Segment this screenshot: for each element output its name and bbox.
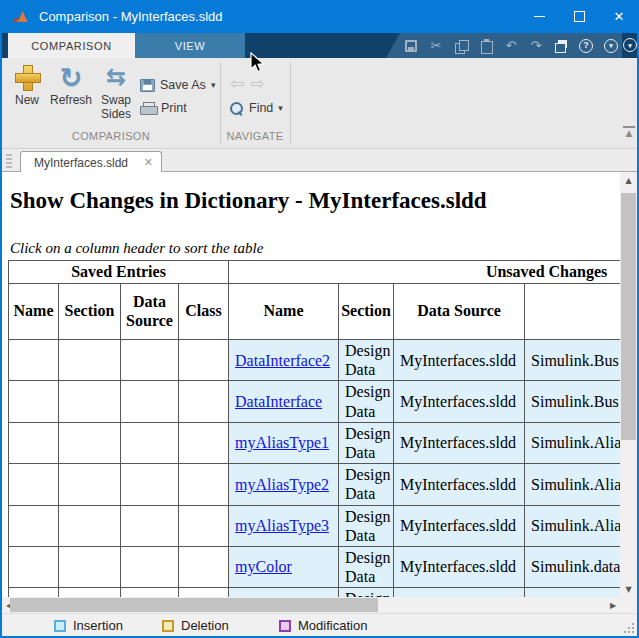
redo-icon[interactable]: ↷ <box>529 39 543 53</box>
saved-cell-class <box>179 381 229 422</box>
saved-cell-class <box>179 464 229 505</box>
maximize-icon <box>574 11 585 22</box>
save-as-button[interactable]: Save As ▾ <box>140 76 215 94</box>
col-header-unsaved-name[interactable]: Name <box>229 284 339 340</box>
scroll-down-button[interactable]: ▼ <box>620 581 637 597</box>
report-content: Show Changes in Dictionary - MyInterface… <box>2 172 620 597</box>
close-button[interactable]: ✕ <box>599 2 639 32</box>
tab-comparison[interactable]: COMPARISON <box>8 33 135 58</box>
document-tab[interactable]: MyInterfaces.sldd ✕ <box>20 151 162 173</box>
drag-grip-icon[interactable] <box>6 154 12 168</box>
unsaved-cell-section: Design Data <box>339 340 394 381</box>
unsaved-cell-section: Design Data <box>339 505 394 546</box>
find-label: Find <box>249 101 273 115</box>
legend-label: Insertion <box>73 618 123 633</box>
scroll-up-icon: ▲ <box>625 176 631 185</box>
print-label: Print <box>161 101 187 115</box>
new-label: New <box>15 93 39 107</box>
help-icon[interactable]: ? <box>579 39 593 53</box>
scrollbar-corner <box>620 597 637 613</box>
col-header-saved-section[interactable]: Section <box>59 284 121 340</box>
unsaved-cell-data-source: MyInterfaces.sldd <box>394 505 525 546</box>
col-header-saved-class[interactable]: Class <box>179 284 229 340</box>
entry-link[interactable]: myColor <box>235 558 292 575</box>
refresh-button[interactable]: ↻ Refresh <box>47 61 95 107</box>
document-tab-label: MyInterfaces.sldd <box>34 156 144 170</box>
copy-icon[interactable] <box>454 39 468 53</box>
saved-cell-section <box>59 546 121 587</box>
entry-link[interactable]: DataInterface <box>235 393 322 410</box>
new-plus-icon <box>15 65 39 89</box>
save-icon[interactable] <box>404 39 418 53</box>
scroll-right-button[interactable]: ▶ <box>606 597 620 613</box>
find-button[interactable]: Find ▾ <box>229 99 283 117</box>
paste-icon[interactable] <box>479 39 493 53</box>
table-row: DataInterface Design Data MyInterfaces.s… <box>9 381 621 422</box>
unsaved-cell-name: DataInterface2 <box>229 340 339 381</box>
comparison-tool-window: Comparison - MyInterfaces.sldd ✕ COMPARI… <box>0 0 639 638</box>
menu-chevron-icon[interactable]: ▾ <box>604 39 618 53</box>
minimize-button[interactable] <box>519 2 559 32</box>
legend-label: Deletion <box>181 618 229 633</box>
find-caret-icon: ▾ <box>278 103 283 113</box>
undo-icon[interactable]: ↶ <box>504 39 518 53</box>
saved-cell-name <box>9 464 59 505</box>
group-header-unsaved[interactable]: Unsaved Changes <box>229 261 620 284</box>
ribbon-menu-chevron-icon[interactable]: ▾ <box>623 38 637 52</box>
new-button[interactable]: New <box>8 61 46 107</box>
tab-view[interactable]: VIEW <box>135 33 245 58</box>
saved-cell-data-source <box>121 464 179 505</box>
collapse-ribbon-button[interactable]: ▲ <box>622 126 636 138</box>
col-header-unsaved-class[interactable] <box>525 284 620 340</box>
legend-label: Modification <box>298 618 367 633</box>
col-header-saved-data-source[interactable]: Data Source <box>121 284 179 340</box>
forward-icon[interactable]: ⇨ <box>250 73 264 93</box>
resize-grip-icon[interactable] <box>624 623 634 633</box>
saved-cell-section <box>59 505 121 546</box>
swap-sides-button[interactable]: ⇆ Swap Sides <box>96 61 136 121</box>
saved-cell-section <box>59 588 121 597</box>
unsaved-cell-section: Design Data <box>339 588 394 597</box>
page-title: Show Changes in Dictionary - MyInterface… <box>10 188 487 214</box>
scroll-up-button[interactable]: ▲ <box>620 172 637 188</box>
horizontal-scrollbar[interactable]: ◀ ▶ <box>2 597 620 613</box>
unsaved-cell-class: Simulink.Alias <box>525 422 620 463</box>
table-row: myAliasType2 Design Data MyInterfaces.sl… <box>9 464 621 505</box>
saved-cell-data-source <box>121 422 179 463</box>
saved-cell-class <box>179 546 229 587</box>
entry-link[interactable]: myAliasType2 <box>235 476 329 493</box>
horizontal-scroll-thumb[interactable] <box>10 598 378 612</box>
entry-link[interactable]: myAliasType3 <box>235 517 329 534</box>
entry-link[interactable]: DataInterface2 <box>235 352 330 369</box>
windows-icon[interactable] <box>554 39 568 53</box>
entry-link[interactable]: myAliasType1 <box>235 434 329 451</box>
saved-cell-section <box>59 381 121 422</box>
group-header-saved[interactable]: Saved Entries <box>9 261 229 284</box>
unsaved-cell-name: myAliasType2 <box>229 464 339 505</box>
legend-item-insertion: Insertion <box>54 618 123 633</box>
unsaved-cell-name <box>229 588 339 597</box>
col-header-unsaved-section[interactable]: Section <box>339 284 394 340</box>
maximize-button[interactable] <box>559 2 599 32</box>
col-header-saved-name[interactable]: Name <box>9 284 59 340</box>
saved-cell-data-source <box>121 588 179 597</box>
col-header-unsaved-data-source[interactable]: Data Source <box>394 284 525 340</box>
table-row: myAliasType1 Design Data MyInterfaces.sl… <box>9 422 621 463</box>
cut-icon[interactable]: ✂ <box>429 39 443 53</box>
saved-cell-data-source <box>121 505 179 546</box>
saved-cell-name <box>9 340 59 381</box>
vertical-scrollbar[interactable]: ▲ ▼ <box>620 172 637 597</box>
saved-cell-name <box>9 422 59 463</box>
back-icon[interactable]: ⇦ <box>230 73 244 93</box>
section-label-navigate: NAVIGATE <box>220 130 290 142</box>
vertical-scroll-thumb[interactable] <box>621 193 636 440</box>
unsaved-cell-section: Design Data <box>339 464 394 505</box>
unsaved-cell-name: myColor <box>229 546 339 587</box>
legend-item-modification: Modification <box>279 618 367 633</box>
print-button[interactable]: Print <box>140 99 187 117</box>
tab-close-icon[interactable]: ✕ <box>144 156 153 169</box>
scroll-right-icon: ▶ <box>610 601 616 610</box>
saved-cell-data-source <box>121 381 179 422</box>
diff-table-body: DataInterface2 Design Data MyInterfaces.… <box>9 340 621 598</box>
swap-label-line2: Sides <box>101 107 131 121</box>
